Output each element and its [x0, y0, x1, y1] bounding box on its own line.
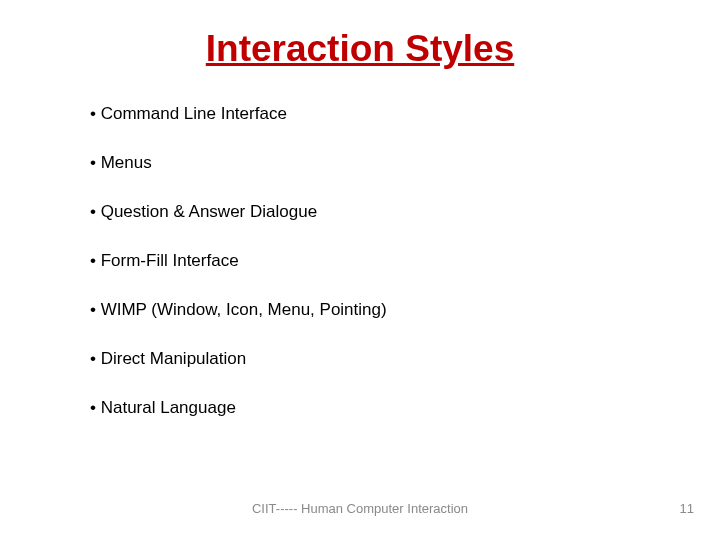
list-item: Natural Language [90, 398, 630, 418]
list-item: WIMP (Window, Icon, Menu, Pointing) [90, 300, 630, 320]
list-item: Form-Fill Interface [90, 251, 630, 271]
slide-container: Interaction Styles Command Line Interfac… [0, 0, 720, 540]
list-item: Direct Manipulation [90, 349, 630, 369]
bullet-list: Command Line Interface Menus Question & … [90, 104, 630, 418]
footer: CIIT----- Human Computer Interaction [0, 501, 720, 516]
page-number: 11 [680, 501, 694, 516]
list-item: Command Line Interface [90, 104, 630, 124]
footer-text: CIIT----- Human Computer Interaction [252, 501, 468, 516]
list-item: Menus [90, 153, 630, 173]
list-item: Question & Answer Dialogue [90, 202, 630, 222]
slide-title: Interaction Styles [90, 28, 630, 70]
